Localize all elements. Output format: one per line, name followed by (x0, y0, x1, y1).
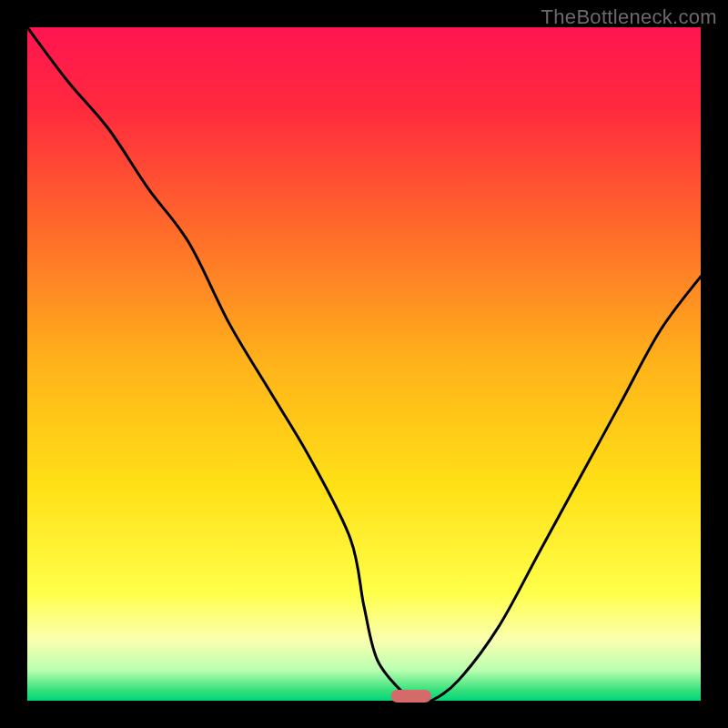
chart-frame: TheBottleneck.com (0, 0, 728, 728)
bottleneck-chart (0, 0, 728, 728)
watermark-text: TheBottleneck.com (541, 5, 717, 29)
optimum-marker (391, 690, 431, 703)
